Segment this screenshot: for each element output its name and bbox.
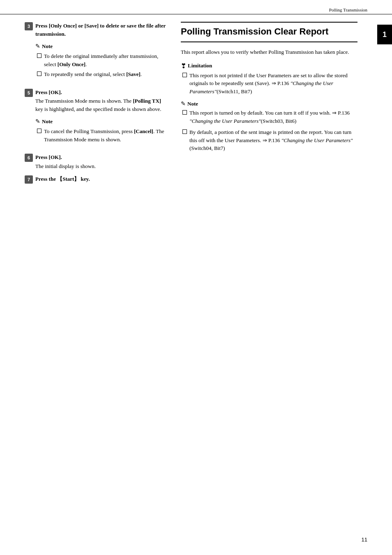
header-label: Polling Transmission [329, 7, 367, 12]
step-7: 7 Press the 【Start】 key. [25, 175, 168, 184]
step-5-content: Press [OK]. The Transmission Mode menu i… [35, 88, 168, 149]
limitation-icon: ❣ [181, 62, 186, 70]
note-item-text: To delete the original immediately after… [44, 52, 168, 68]
checkbox-icon [37, 53, 42, 58]
step-5-number: 5 [25, 89, 33, 97]
step-6-content: Press [OK]. The initial display is shown… [35, 153, 168, 170]
checkbox-icon [37, 129, 42, 133]
step-3-text: Press [Only Once] or [Save] to delete or… [35, 22, 168, 38]
step-3-number: 3 [25, 22, 33, 30]
note-item: To repeatedly send the original, select … [37, 70, 168, 78]
limitation-item: This report is not printed if the User P… [182, 71, 357, 96]
section-title-box: Polling Transmission Clear Report [181, 22, 357, 42]
note-pencil-icon: ✎ [181, 100, 186, 107]
note-item-text: To cancel the Polling Transmission, pres… [44, 127, 168, 143]
note-item: By default, a portion of the sent image … [182, 128, 357, 152]
step-5: 5 Press [OK]. The Transmission Mode menu… [25, 88, 168, 149]
right-column: Polling Transmission Clear Report This r… [181, 14, 357, 189]
limitation-block: ❣ Limitation This report is not printed … [181, 62, 357, 96]
step-3-note-list: To delete the original immediately after… [37, 52, 168, 78]
step-5-detail: The Transmission Mode menu is shown. The… [35, 97, 168, 113]
step-3-content: Press [Only Once] or [Save] to delete or… [35, 22, 168, 83]
limitation-item-text: This report is not printed if the User P… [189, 71, 357, 96]
note-item-text: To repeatedly send the original, select … [44, 70, 142, 78]
step-5-text: Press [OK]. [35, 88, 168, 97]
note-pencil-icon: ✎ [35, 42, 40, 51]
section-intro: This report allows you to verify whether… [181, 48, 357, 56]
step-3-note-header: ✎ Note [35, 42, 168, 51]
section-title: Polling Transmission Clear Report [181, 26, 357, 37]
chapter-tab: 1 [377, 25, 392, 44]
step-7-text: Press the 【Start】 key. [35, 175, 168, 183]
page-number: 11 [362, 537, 367, 543]
checkbox-icon [182, 73, 187, 77]
step-5-note-list: To cancel the Polling Transmission, pres… [37, 127, 168, 143]
right-note-header: ✎ Note [181, 100, 357, 107]
note-item-text: By default, a portion of the sent image … [189, 128, 357, 152]
step-6-number: 6 [25, 154, 33, 162]
limitation-header: ❣ Limitation [181, 62, 357, 70]
checkbox-icon [37, 71, 42, 76]
note-item: To cancel the Polling Transmission, pres… [37, 127, 168, 143]
page: Polling Transmission 1 3 Press [Only Onc… [0, 0, 392, 555]
note-item-text: This report is turned on by default. You… [189, 109, 357, 125]
checkbox-icon [182, 110, 187, 115]
step-3: 3 Press [Only Once] or [Save] to delete … [25, 22, 168, 83]
note-pencil-icon: ✎ [35, 117, 40, 126]
note-item: To delete the original immediately after… [37, 52, 168, 68]
step-5-note: ✎ Note To cancel the Polling Transmissio… [35, 117, 168, 143]
right-note-list: This report is turned on by default. You… [182, 109, 357, 152]
note-item: This report is turned on by default. You… [182, 109, 357, 125]
limitation-list: This report is not printed if the User P… [182, 71, 357, 96]
checkbox-icon [182, 129, 187, 134]
left-column: 3 Press [Only Once] or [Save] to delete … [25, 14, 181, 189]
step-6-detail: The initial display is shown. [35, 162, 168, 170]
content-wrapper: 3 Press [Only Once] or [Save] to delete … [0, 14, 392, 189]
step-3-note: ✎ Note To delete the original immediatel… [35, 42, 168, 78]
step-5-note-title: Note [42, 117, 53, 126]
limitation-title: Limitation [188, 62, 212, 69]
right-note-block: ✎ Note This report is turned on by defau… [181, 100, 357, 152]
step-3-note-title: Note [42, 42, 53, 51]
step-5-note-header: ✎ Note [35, 117, 168, 126]
step-7-content: Press the 【Start】 key. [35, 175, 168, 183]
step-6: 6 Press [OK]. The initial display is sho… [25, 153, 168, 170]
right-note-title: Note [187, 101, 198, 107]
step-6-text: Press [OK]. [35, 153, 168, 161]
chapter-number: 1 [383, 30, 387, 39]
top-header: Polling Transmission [0, 0, 392, 14]
step-7-number: 7 [25, 175, 33, 184]
